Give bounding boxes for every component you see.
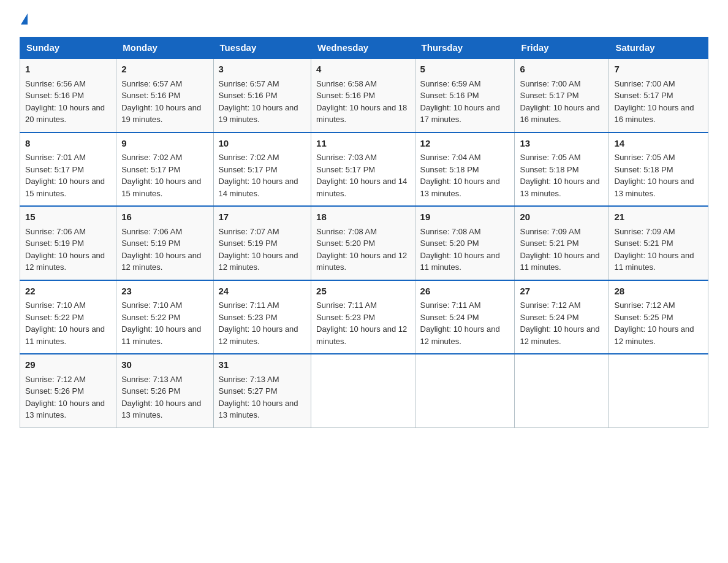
- day-info: Sunrise: 7:06 AMSunset: 5:19 PMDaylight:…: [25, 226, 111, 274]
- week-row-4: 22Sunrise: 7:10 AMSunset: 5:22 PMDayligh…: [20, 280, 708, 354]
- calendar-cell: [311, 354, 415, 427]
- day-number: 20: [520, 210, 604, 224]
- day-info: Sunrise: 7:02 AMSunset: 5:17 PMDaylight:…: [219, 151, 306, 199]
- header-day-thursday: Thursday: [415, 37, 515, 59]
- day-info: Sunrise: 7:05 AMSunset: 5:18 PMDaylight:…: [520, 151, 604, 199]
- day-number: 25: [316, 285, 410, 299]
- day-info: Sunrise: 7:00 AMSunset: 5:17 PMDaylight:…: [520, 78, 604, 126]
- calendar-cell: 5Sunrise: 6:59 AMSunset: 5:16 PMDaylight…: [415, 58, 515, 132]
- calendar-cell: 13Sunrise: 7:05 AMSunset: 5:18 PMDayligh…: [515, 132, 609, 207]
- day-info: Sunrise: 7:06 AMSunset: 5:19 PMDaylight:…: [121, 226, 208, 274]
- calendar-cell: 27Sunrise: 7:12 AMSunset: 5:24 PMDayligh…: [515, 280, 609, 354]
- header-day-saturday: Saturday: [609, 37, 708, 59]
- day-number: 11: [316, 137, 410, 151]
- calendar-cell: 4Sunrise: 6:58 AMSunset: 5:16 PMDaylight…: [311, 58, 415, 132]
- day-number: 7: [614, 63, 703, 77]
- day-number: 10: [219, 137, 306, 151]
- calendar-cell: 25Sunrise: 7:11 AMSunset: 5:23 PMDayligh…: [311, 280, 415, 354]
- calendar-cell: 18Sunrise: 7:08 AMSunset: 5:20 PMDayligh…: [311, 206, 415, 280]
- day-number: 3: [219, 63, 306, 77]
- day-number: 4: [316, 63, 410, 77]
- header-day-wednesday: Wednesday: [311, 37, 415, 59]
- day-info: Sunrise: 7:11 AMSunset: 5:23 PMDaylight:…: [316, 299, 410, 347]
- calendar-cell: 29Sunrise: 7:12 AMSunset: 5:26 PMDayligh…: [20, 354, 116, 427]
- day-number: 14: [614, 137, 703, 151]
- calendar-cell: 14Sunrise: 7:05 AMSunset: 5:18 PMDayligh…: [609, 132, 708, 207]
- week-row-2: 8Sunrise: 7:01 AMSunset: 5:17 PMDaylight…: [20, 132, 708, 207]
- day-info: Sunrise: 7:04 AMSunset: 5:18 PMDaylight:…: [420, 151, 510, 199]
- day-info: Sunrise: 7:10 AMSunset: 5:22 PMDaylight:…: [25, 299, 111, 347]
- day-info: Sunrise: 7:05 AMSunset: 5:18 PMDaylight:…: [614, 151, 703, 199]
- day-info: Sunrise: 7:03 AMSunset: 5:17 PMDaylight:…: [316, 151, 410, 199]
- day-number: 27: [520, 285, 604, 299]
- day-number: 18: [316, 210, 410, 224]
- calendar-cell: 1Sunrise: 6:56 AMSunset: 5:16 PMDaylight…: [20, 58, 116, 132]
- day-info: Sunrise: 6:59 AMSunset: 5:16 PMDaylight:…: [420, 78, 510, 126]
- day-info: Sunrise: 7:02 AMSunset: 5:17 PMDaylight:…: [121, 151, 208, 199]
- calendar-cell: 24Sunrise: 7:11 AMSunset: 5:23 PMDayligh…: [213, 280, 311, 354]
- week-row-5: 29Sunrise: 7:12 AMSunset: 5:26 PMDayligh…: [20, 354, 708, 427]
- day-info: Sunrise: 7:09 AMSunset: 5:21 PMDaylight:…: [520, 226, 604, 274]
- day-number: 9: [121, 137, 208, 151]
- header-day-sunday: Sunday: [20, 37, 116, 59]
- day-number: 1: [25, 63, 111, 77]
- calendar-cell: 26Sunrise: 7:11 AMSunset: 5:24 PMDayligh…: [415, 280, 515, 354]
- calendar-cell: [515, 354, 609, 427]
- day-number: 12: [420, 137, 510, 151]
- day-info: Sunrise: 7:07 AMSunset: 5:19 PMDaylight:…: [219, 226, 306, 274]
- day-info: Sunrise: 7:11 AMSunset: 5:23 PMDaylight:…: [219, 299, 306, 347]
- day-number: 6: [520, 63, 604, 77]
- calendar-cell: 20Sunrise: 7:09 AMSunset: 5:21 PMDayligh…: [515, 206, 609, 280]
- day-info: Sunrise: 6:56 AMSunset: 5:16 PMDaylight:…: [25, 78, 111, 126]
- day-info: Sunrise: 7:08 AMSunset: 5:20 PMDaylight:…: [420, 226, 510, 274]
- calendar-cell: 19Sunrise: 7:08 AMSunset: 5:20 PMDayligh…: [415, 206, 515, 280]
- calendar-cell: 7Sunrise: 7:00 AMSunset: 5:17 PMDaylight…: [609, 58, 708, 132]
- day-number: 26: [420, 285, 510, 299]
- calendar-cell: [609, 354, 708, 427]
- calendar-cell: 12Sunrise: 7:04 AMSunset: 5:18 PMDayligh…: [415, 132, 515, 207]
- day-info: Sunrise: 7:10 AMSunset: 5:22 PMDaylight:…: [121, 299, 208, 347]
- day-number: 29: [25, 358, 111, 372]
- calendar-cell: 21Sunrise: 7:09 AMSunset: 5:21 PMDayligh…: [609, 206, 708, 280]
- calendar-cell: 15Sunrise: 7:06 AMSunset: 5:19 PMDayligh…: [20, 206, 116, 280]
- day-number: 19: [420, 210, 510, 224]
- day-number: 22: [25, 285, 111, 299]
- calendar-header-row: SundayMondayTuesdayWednesdayThursdayFrid…: [20, 37, 708, 59]
- calendar-cell: 16Sunrise: 7:06 AMSunset: 5:19 PMDayligh…: [116, 206, 213, 280]
- calendar-cell: 31Sunrise: 7:13 AMSunset: 5:27 PMDayligh…: [213, 354, 311, 427]
- day-info: Sunrise: 6:57 AMSunset: 5:16 PMDaylight:…: [121, 78, 208, 126]
- day-info: Sunrise: 7:13 AMSunset: 5:27 PMDaylight:…: [219, 373, 306, 421]
- calendar-cell: 6Sunrise: 7:00 AMSunset: 5:17 PMDaylight…: [515, 58, 609, 132]
- day-number: 13: [520, 137, 604, 151]
- day-info: Sunrise: 7:12 AMSunset: 5:25 PMDaylight:…: [614, 299, 703, 347]
- day-info: Sunrise: 6:58 AMSunset: 5:16 PMDaylight:…: [316, 78, 410, 126]
- day-info: Sunrise: 7:12 AMSunset: 5:26 PMDaylight:…: [25, 373, 111, 421]
- header-day-tuesday: Tuesday: [213, 37, 311, 59]
- calendar-cell: 30Sunrise: 7:13 AMSunset: 5:26 PMDayligh…: [116, 354, 213, 427]
- calendar-cell: 17Sunrise: 7:07 AMSunset: 5:19 PMDayligh…: [213, 206, 311, 280]
- day-info: Sunrise: 7:09 AMSunset: 5:21 PMDaylight:…: [614, 226, 703, 274]
- calendar-cell: 28Sunrise: 7:12 AMSunset: 5:25 PMDayligh…: [609, 280, 708, 354]
- calendar-cell: 11Sunrise: 7:03 AMSunset: 5:17 PMDayligh…: [311, 132, 415, 207]
- day-info: Sunrise: 7:12 AMSunset: 5:24 PMDaylight:…: [520, 299, 604, 347]
- header-day-monday: Monday: [116, 37, 213, 59]
- calendar-table: SundayMondayTuesdayWednesdayThursdayFrid…: [20, 37, 708, 428]
- week-row-1: 1Sunrise: 6:56 AMSunset: 5:16 PMDaylight…: [20, 58, 708, 132]
- day-number: 31: [219, 358, 306, 372]
- calendar-cell: 3Sunrise: 6:57 AMSunset: 5:16 PMDaylight…: [213, 58, 311, 132]
- day-info: Sunrise: 6:57 AMSunset: 5:16 PMDaylight:…: [219, 78, 306, 126]
- page-header: [20, 15, 708, 26]
- calendar-cell: [415, 354, 515, 427]
- calendar-cell: 23Sunrise: 7:10 AMSunset: 5:22 PMDayligh…: [116, 280, 213, 354]
- day-number: 30: [121, 358, 208, 372]
- logo: [20, 15, 28, 26]
- day-number: 24: [219, 285, 306, 299]
- day-info: Sunrise: 7:11 AMSunset: 5:24 PMDaylight:…: [420, 299, 510, 347]
- day-number: 28: [614, 285, 703, 299]
- day-info: Sunrise: 7:08 AMSunset: 5:20 PMDaylight:…: [316, 226, 410, 274]
- day-number: 17: [219, 210, 306, 224]
- day-number: 16: [121, 210, 208, 224]
- week-row-3: 15Sunrise: 7:06 AMSunset: 5:19 PMDayligh…: [20, 206, 708, 280]
- calendar-cell: 10Sunrise: 7:02 AMSunset: 5:17 PMDayligh…: [213, 132, 311, 207]
- day-number: 15: [25, 210, 111, 224]
